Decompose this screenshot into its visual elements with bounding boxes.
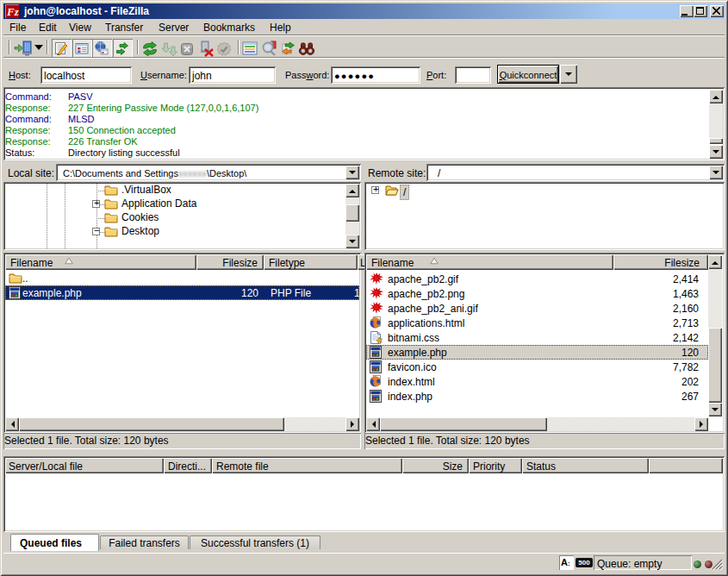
svg-text:Fz: Fz [6, 5, 19, 18]
